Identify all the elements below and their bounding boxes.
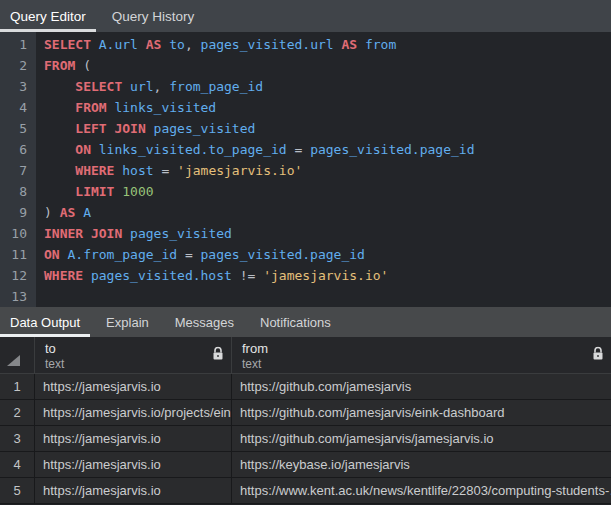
lock-icon [212, 347, 224, 364]
sql-token: INNER JOIN [44, 226, 122, 241]
tab-data-output[interactable]: Data Output [0, 307, 90, 337]
tab-explain[interactable]: Explain [96, 307, 159, 337]
sql-code: ON A.from_page_id = pages_visited.page_i… [36, 244, 611, 265]
cell-from[interactable]: https://github.com/jamesjarvis/eink-dash… [232, 400, 611, 425]
sql-token: AS [341, 37, 357, 52]
sql-token: = [154, 163, 177, 178]
column-header-from[interactable]: fromtext [232, 337, 611, 373]
column-name: from [242, 340, 587, 357]
row-number[interactable]: 1 [0, 374, 35, 399]
row-number[interactable]: 2 [0, 400, 35, 425]
cell-to[interactable]: https://jamesjarvis.io [35, 452, 232, 477]
select-all-corner[interactable] [0, 337, 35, 373]
sql-token: FROM [44, 58, 75, 73]
sql-token [138, 37, 146, 52]
cell-from[interactable]: https://github.com/jamesjarvis [232, 374, 611, 399]
cell-from[interactable]: https://www.kent.ac.uk/news/kentlife/228… [232, 478, 611, 503]
sql-editor[interactable]: 1SELECT A.url AS to, pages_visited.url A… [0, 32, 611, 307]
sql-token: A.from_page_id [67, 247, 177, 262]
sql-token [44, 163, 75, 178]
cell-to[interactable]: https://jamesjarvis.io [35, 374, 232, 399]
cell-to[interactable]: https://jamesjarvis.io [35, 478, 232, 503]
column-header-to[interactable]: totext [35, 337, 232, 373]
sql-token: ON [75, 142, 91, 157]
sql-line: 10INNER JOIN pages_visited [0, 223, 611, 244]
sql-line: 8 LIMIT 1000 [0, 181, 611, 202]
results-grid: totextfromtext 1https://jamesjarvis.ioht… [0, 337, 611, 505]
sql-line: 12WHERE pages_visited.host != 'jamesjarv… [0, 265, 611, 286]
sql-token: , [185, 37, 201, 52]
table-row[interactable]: 3https://jamesjarvis.iohttps://github.co… [0, 426, 611, 452]
sql-token: to [169, 37, 185, 52]
sql-token: A [83, 205, 91, 220]
sql-token: FROM [75, 100, 106, 115]
column-name: to [45, 340, 207, 357]
cell-from[interactable]: https://github.com/jamesjarvis/jamesjarv… [232, 426, 611, 451]
select-all-triangle-icon [7, 355, 20, 366]
line-number: 2 [0, 55, 36, 76]
row-number[interactable]: 3 [0, 426, 35, 451]
table-row[interactable]: 5https://jamesjarvis.iohttps://www.kent.… [0, 478, 611, 504]
tab-query-history[interactable]: Query History [102, 0, 205, 32]
sql-token: = [287, 142, 310, 157]
column-type: text [45, 357, 207, 371]
sql-code: ON links_visited.to_page_id = pages_visi… [36, 139, 611, 160]
sql-token [75, 205, 83, 220]
tab-query-editor[interactable]: Query Editor [0, 0, 96, 32]
cell-to[interactable]: https://jamesjarvis.io/projects/eink… [35, 400, 232, 425]
row-number[interactable]: 5 [0, 478, 35, 503]
sql-token: ) [44, 205, 60, 220]
sql-token: , [154, 79, 170, 94]
sql-token: url [130, 79, 153, 94]
sql-token [146, 121, 154, 136]
sql-token: pages_visited.page_id [201, 247, 365, 262]
sql-token [122, 79, 130, 94]
results-grid-body: 1https://jamesjarvis.iohttps://github.co… [0, 374, 611, 504]
sql-code: FROM links_visited [36, 97, 611, 118]
sql-code: WHERE host = 'jamesjarvis.io' [36, 160, 611, 181]
sql-token: SELECT [44, 37, 91, 52]
sql-token: pages_visited.host [91, 268, 232, 283]
sql-line: 7 WHERE host = 'jamesjarvis.io' [0, 160, 611, 181]
sql-code: LEFT JOIN pages_visited [36, 118, 611, 139]
sql-token: pages_visited [130, 226, 232, 241]
table-row[interactable]: 4https://jamesjarvis.iohttps://keybase.i… [0, 452, 611, 478]
sql-token [44, 121, 75, 136]
cell-to[interactable]: https://jamesjarvis.io [35, 426, 232, 451]
sql-token [83, 268, 91, 283]
sql-code: INNER JOIN pages_visited [36, 223, 611, 244]
results-grid-header: totextfromtext [0, 337, 611, 374]
tab-messages[interactable]: Messages [165, 307, 244, 337]
sql-token [357, 37, 365, 52]
sql-code: FROM ( [36, 55, 611, 76]
sql-code: ) AS A [36, 202, 611, 223]
sql-line: 9) AS A [0, 202, 611, 223]
row-number[interactable]: 4 [0, 452, 35, 477]
table-row[interactable]: 2https://jamesjarvis.io/projects/eink…ht… [0, 400, 611, 426]
sql-token: pages_visited.page_id [310, 142, 474, 157]
sql-token: 'jamesjarvis.io' [177, 163, 302, 178]
sql-token: ON [44, 247, 60, 262]
sql-line: 13 [0, 286, 611, 307]
line-number: 12 [0, 265, 36, 286]
sql-token [44, 79, 75, 94]
sql-token [91, 142, 99, 157]
line-number: 1 [0, 34, 36, 55]
sql-token [122, 226, 130, 241]
query-tool-window: Query EditorQuery History 1SELECT A.url … [0, 0, 611, 505]
table-row[interactable]: 1https://jamesjarvis.iohttps://github.co… [0, 374, 611, 400]
sql-token: host [122, 163, 153, 178]
line-number: 4 [0, 97, 36, 118]
sql-token: LIMIT [75, 184, 114, 199]
sql-code [36, 286, 611, 307]
line-number: 3 [0, 76, 36, 97]
sql-token: A.url [99, 37, 138, 52]
sql-code: LIMIT 1000 [36, 181, 611, 202]
sql-token: 'jamesjarvis.io' [263, 268, 388, 283]
line-number: 6 [0, 139, 36, 160]
sql-token [91, 37, 99, 52]
tab-notifications[interactable]: Notifications [250, 307, 341, 337]
cell-from[interactable]: https://keybase.io/jamesjarvis [232, 452, 611, 477]
line-number: 10 [0, 223, 36, 244]
sql-line: 1SELECT A.url AS to, pages_visited.url A… [0, 34, 611, 55]
